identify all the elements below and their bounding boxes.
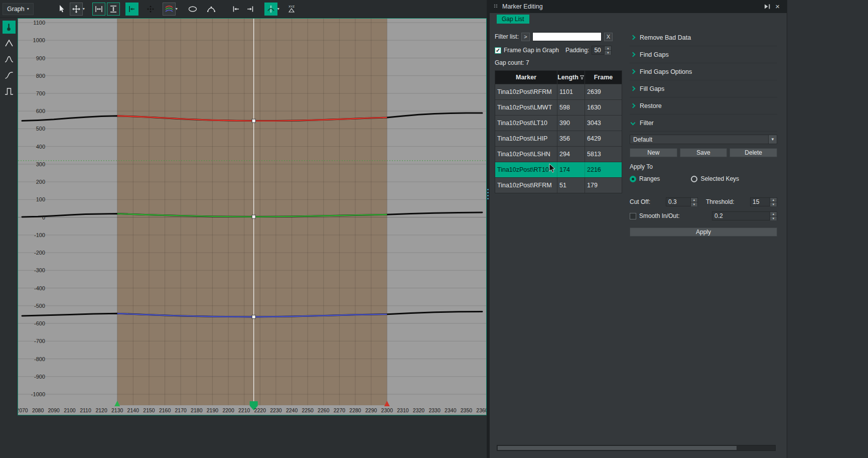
curve-display-tool[interactable]: ▾ (163, 3, 178, 16)
new-button[interactable]: New (630, 148, 677, 157)
square-wave-button[interactable] (3, 85, 16, 98)
spin-down-icon[interactable]: ▾ (691, 202, 697, 206)
spin-down-icon[interactable]: ▾ (605, 51, 611, 55)
scale-vertical-button[interactable] (107, 3, 120, 16)
xyz-axes-button[interactable]: XYZ (285, 3, 298, 16)
cut-off-spinner[interactable]: 0.3 ▴▾ (666, 197, 698, 206)
svg-text:2200: 2200 (222, 407, 234, 413)
svg-text:-100: -100 (34, 232, 45, 238)
svg-text:2230: 2230 (270, 407, 282, 413)
padding-spinner[interactable]: 50 ▴▾ (592, 46, 612, 55)
table-row[interactable]: Tina10zPost\RFRM51179 (495, 177, 622, 193)
table-row[interactable]: Tina10zPost\RFRM11012639 (495, 84, 622, 99)
chevron-down-icon: ▾ (27, 7, 29, 11)
cursor-key-icon (266, 5, 275, 14)
panel-title: Marker Editing (502, 3, 543, 10)
gap-region (117, 19, 387, 405)
move-keys-button[interactable] (70, 3, 83, 16)
save-button[interactable]: Save (680, 148, 728, 157)
table-row[interactable]: Tina10zPost\LT103903043 (495, 115, 622, 131)
section-header-find-gaps[interactable]: Find Gaps (630, 46, 777, 63)
section-header-fill-gaps[interactable]: Fill Gaps (630, 80, 777, 97)
chevron-down-icon: ▾ (176, 7, 178, 11)
add-keys-button[interactable] (144, 3, 157, 16)
bell-curve-button[interactable] (3, 53, 16, 66)
column-header-marker[interactable]: Marker (495, 71, 557, 84)
filter-list-input[interactable] (532, 32, 602, 41)
chevron-down-icon[interactable]: ▼ (768, 135, 777, 144)
next-key-button[interactable] (244, 3, 257, 16)
peak-curve-button[interactable] (3, 37, 16, 50)
svg-text:2160: 2160 (159, 407, 171, 413)
pointer-tool-button[interactable] (55, 3, 68, 16)
apply-to-label: Apply To (630, 163, 777, 170)
sort-funnel-icon (580, 75, 585, 80)
table-row[interactable]: Tina10zPost\RT101742216 (495, 162, 622, 177)
move-keys-icon (72, 5, 81, 14)
table-row[interactable]: Tina10zPost\LSHN2945813 (495, 146, 622, 162)
gap-marker-cell: Tina10zPost\LMWT (495, 100, 557, 115)
smooth-spinner[interactable]: 0.2 ▴▾ (712, 211, 777, 220)
svg-text:0: 0 (42, 214, 45, 220)
ellipse-tool-button[interactable] (186, 3, 199, 16)
selected-keys-radio-group[interactable]: Selected Keys (691, 175, 739, 182)
section-header-remove-bad-data[interactable]: Remove Bad Data (630, 29, 777, 46)
tab-gap-list[interactable]: Gap List (497, 15, 529, 24)
ranges-radio[interactable] (630, 176, 636, 182)
close-panel-icon[interactable]: × (775, 4, 780, 10)
selected-keys-radio[interactable] (691, 176, 697, 182)
smooth-checkbox[interactable] (630, 213, 636, 219)
scrollbar-thumb[interactable] (498, 446, 737, 450)
pin-panel-icon[interactable] (764, 4, 771, 10)
smooth-curve-button[interactable] (205, 3, 218, 16)
padding-value: 50 (592, 46, 604, 54)
graph-toolbar: Graph ▾ ▾ (0, 0, 487, 18)
table-row[interactable]: Tina10zPost\LHIP3566429 (495, 131, 622, 146)
spin-down-icon[interactable]: ▾ (770, 202, 777, 206)
column-header-length[interactable]: Length (557, 71, 585, 84)
curve-display-button[interactable] (163, 3, 176, 16)
spin-up-icon[interactable]: ▴ (770, 198, 777, 202)
s-curve-button[interactable] (3, 69, 16, 82)
svg-text:2130: 2130 (111, 407, 123, 413)
filter-expand-button[interactable]: > (521, 33, 530, 41)
table-row[interactable]: Tina10zPost\LMWT5981630 (495, 99, 622, 115)
column-header-frame[interactable]: Frame (585, 71, 622, 84)
scale-horizontal-button[interactable] (92, 3, 105, 16)
graph-viewport[interactable]: 110010009008007006005004003002001000-100… (18, 18, 487, 415)
xyz-label: XYZ (288, 5, 295, 8)
spin-up-icon[interactable]: ▴ (770, 212, 777, 216)
application-window: Graph ▾ ▾ (0, 0, 868, 458)
apply-button[interactable]: Apply (630, 227, 777, 237)
s-curve-icon (4, 70, 14, 80)
delete-button[interactable]: Delete (730, 148, 777, 157)
filter-clear-button[interactable]: X (604, 33, 613, 41)
section-header-restore[interactable]: Restore (630, 97, 777, 114)
gap-marker-cell: Tina10zPost\LSHN (495, 147, 557, 162)
move-keys-tool[interactable]: ▾ (70, 3, 85, 16)
previous-key-button[interactable] (229, 3, 242, 16)
spin-up-icon[interactable]: ▴ (691, 198, 697, 202)
spin-down-icon[interactable]: ▾ (770, 216, 777, 220)
gap-frame-cell: 2216 (585, 162, 622, 177)
graph-menu-button[interactable]: Graph ▾ (3, 3, 34, 15)
section-header-filter[interactable]: Filter (630, 114, 777, 132)
horizontal-scrollbar[interactable] (497, 445, 776, 451)
svg-text:800: 800 (36, 73, 45, 79)
section-header-find-gaps-options[interactable]: Find Gaps Options (630, 63, 777, 80)
tools-column: Remove Bad DataFind GapsFind Gaps Option… (630, 29, 777, 237)
insert-key-tool[interactable]: ▾ (264, 3, 279, 16)
threshold-spinner[interactable]: 15 ▴▾ (750, 197, 777, 206)
section-label: Restore (640, 102, 662, 109)
svg-text:2260: 2260 (318, 407, 330, 413)
graph-canvas[interactable]: 110010009008007006005004003002001000-100… (18, 19, 486, 415)
spin-up-icon[interactable]: ▴ (605, 46, 611, 51)
gap-length-cell: 598 (557, 100, 585, 115)
frame-gap-checkbox[interactable]: ✓ (495, 47, 501, 54)
snap-keys-button[interactable] (125, 3, 138, 16)
filter-preset-dropdown[interactable]: Default ▼ (630, 135, 777, 144)
thermometer-tool-button[interactable] (3, 21, 16, 34)
gap-frame-cell: 1630 (585, 100, 622, 115)
insert-key-button[interactable] (264, 3, 277, 16)
ranges-radio-group[interactable]: Ranges (630, 175, 660, 182)
